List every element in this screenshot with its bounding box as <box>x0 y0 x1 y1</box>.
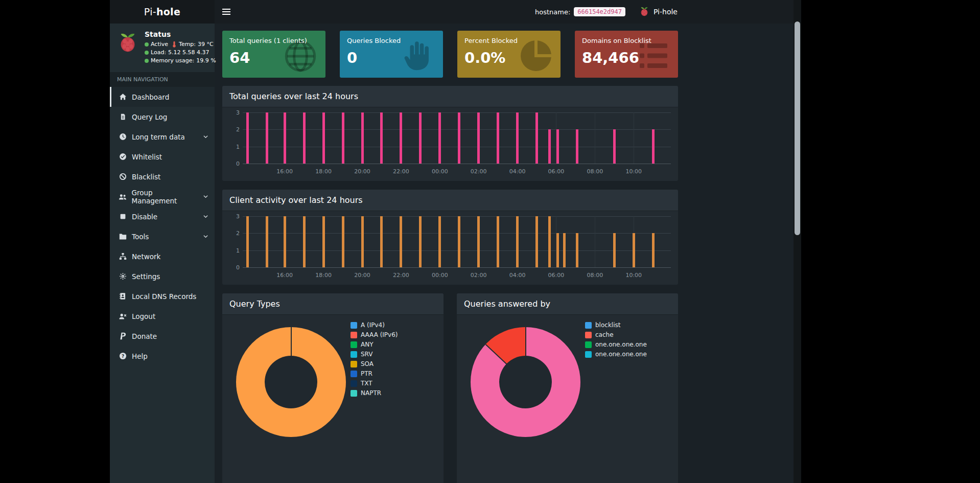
chart-bar[interactable] <box>458 112 460 164</box>
x-tick-label: 10:00 <box>625 168 642 175</box>
legend-item[interactable]: ANY <box>351 341 398 348</box>
chart-bar[interactable] <box>342 112 344 164</box>
y-tick-label: 3 <box>227 213 240 220</box>
chart-bar[interactable] <box>548 216 551 267</box>
chart-bar[interactable] <box>284 216 286 267</box>
chart-bar[interactable] <box>322 216 325 267</box>
chart-bar[interactable] <box>246 216 249 267</box>
app-logo[interactable]: Pi-hole <box>110 0 215 24</box>
box-header: Queries answered by <box>457 293 678 315</box>
chart-bar[interactable] <box>438 112 441 164</box>
legend-item[interactable]: AAAA (IPv6) <box>351 331 398 338</box>
chart-bar[interactable] <box>303 112 306 164</box>
sidebar-item-blacklist[interactable]: Blacklist <box>110 167 215 187</box>
chart-bar[interactable] <box>613 233 616 267</box>
legend-swatch <box>351 380 357 387</box>
chart-bar[interactable] <box>633 233 635 267</box>
gridline <box>595 216 595 267</box>
chart-bar[interactable] <box>246 112 249 164</box>
chart-bar[interactable] <box>380 216 383 267</box>
chart-bar[interactable] <box>361 112 364 164</box>
legend-label: TXT <box>361 380 372 387</box>
sidebar-item-logout[interactable]: Logout <box>110 306 215 326</box>
chart-bar[interactable] <box>563 233 566 267</box>
chart-bar[interactable] <box>322 112 325 164</box>
chart-bar[interactable] <box>556 233 559 267</box>
query-types-donut-chart[interactable] <box>236 327 346 437</box>
client-activity-bar-chart[interactable]: 012316:0018:0020:0022:0000:0002:0004:000… <box>243 216 671 267</box>
chart-bar[interactable] <box>477 216 480 267</box>
raspberry-logo-icon <box>116 30 139 56</box>
legend-item[interactable]: SRV <box>351 351 398 358</box>
chart-bar[interactable] <box>419 216 422 267</box>
chart-bar[interactable] <box>516 112 519 164</box>
sidebar-item-whitelist[interactable]: Whitelist <box>110 147 215 167</box>
chart-bar[interactable] <box>497 216 499 267</box>
sidebar-item-local-dns-records[interactable]: Local DNS Records <box>110 286 215 306</box>
client-activity-chart-box: Client activity over last 24 hours 01231… <box>222 190 678 285</box>
chart-bar[interactable] <box>548 129 551 164</box>
answered-by-donut-chart[interactable] <box>471 327 580 437</box>
legend-item[interactable]: TXT <box>351 380 398 387</box>
sidebar-item-long-term-data[interactable]: Long term data <box>110 127 215 147</box>
sidebar-item-donate[interactable]: Donate <box>110 326 215 346</box>
sidebar-item-dashboard[interactable]: Dashboard <box>110 87 215 107</box>
chart-bar[interactable] <box>266 216 268 267</box>
chart-bar[interactable] <box>303 216 306 267</box>
sidebar-item-network[interactable]: Network <box>110 246 215 266</box>
legend-item[interactable]: blocklist <box>585 321 647 329</box>
scrollbar-track[interactable] <box>794 0 801 483</box>
chart-bar[interactable] <box>419 112 422 164</box>
chart-bar[interactable] <box>652 233 655 267</box>
legend-item[interactable]: one.one.one.one <box>585 351 647 358</box>
x-tick-label: 04:00 <box>509 272 526 279</box>
chart-bar[interactable] <box>438 216 441 267</box>
chart-bar[interactable] <box>576 129 578 164</box>
legend-item[interactable]: A (IPv4) <box>351 321 398 329</box>
chart-bar[interactable] <box>361 216 364 267</box>
legend-item[interactable]: one.one.one.one <box>585 341 647 348</box>
sidebar-item-help[interactable]: ? Help <box>110 346 215 366</box>
sidebar-item-query-log[interactable]: Query Log <box>110 107 215 127</box>
chart-bar[interactable] <box>400 112 402 164</box>
chart-bar[interactable] <box>400 216 402 267</box>
box-header: Total queries over last 24 hours <box>222 86 678 107</box>
sidebar-item-settings[interactable]: Settings <box>110 266 215 286</box>
status-memory-dot-icon <box>145 59 149 63</box>
chart-bar[interactable] <box>380 112 383 164</box>
chart-bar[interactable] <box>535 216 538 267</box>
y-tick-label: 3 <box>227 109 240 116</box>
gridline <box>243 164 671 164</box>
chart-bar[interactable] <box>458 216 460 267</box>
sidebar-toggle-icon[interactable] <box>215 0 238 24</box>
chevron-down-icon <box>203 214 208 219</box>
navbar: hostname: 666154e2d947 Pi-hole <box>215 0 801 24</box>
chart-bar[interactable] <box>516 216 519 267</box>
chart-bar[interactable] <box>556 129 559 164</box>
sidebar-item-group-management[interactable]: Group Management <box>110 187 215 206</box>
stat-card-total-queries: Total queries (1 clients) 64 <box>222 31 325 78</box>
chart-bar[interactable] <box>266 112 268 164</box>
chart-bar[interactable] <box>652 129 655 164</box>
svg-text:?: ? <box>121 354 124 359</box>
memory-value: 19.9 % <box>196 57 216 64</box>
y-tick-label: 2 <box>227 126 240 133</box>
chart-bar[interactable] <box>613 129 616 164</box>
legend-label: NAPTR <box>361 389 381 397</box>
legend-item[interactable]: cache <box>585 331 647 338</box>
sidebar-item-tools[interactable]: Tools <box>110 226 215 246</box>
scrollbar-thumb[interactable] <box>795 21 800 235</box>
chart-bar[interactable] <box>284 112 286 164</box>
legend-item[interactable]: NAPTR <box>351 389 398 397</box>
thermometer-icon <box>172 41 177 48</box>
total-queries-bar-chart[interactable]: 012316:0018:0020:0022:0000:0002:0004:000… <box>243 112 671 164</box>
legend-item[interactable]: SOA <box>351 360 398 367</box>
chart-bar[interactable] <box>535 112 538 164</box>
chart-bar[interactable] <box>477 112 480 164</box>
chart-bar[interactable] <box>497 112 499 164</box>
chart-bar[interactable] <box>576 233 578 267</box>
legend-item[interactable]: PTR <box>351 370 398 377</box>
sidebar-item-disable[interactable]: Disable <box>110 206 215 226</box>
chart-bar[interactable] <box>342 216 344 267</box>
box-header: Query Types <box>222 293 444 315</box>
